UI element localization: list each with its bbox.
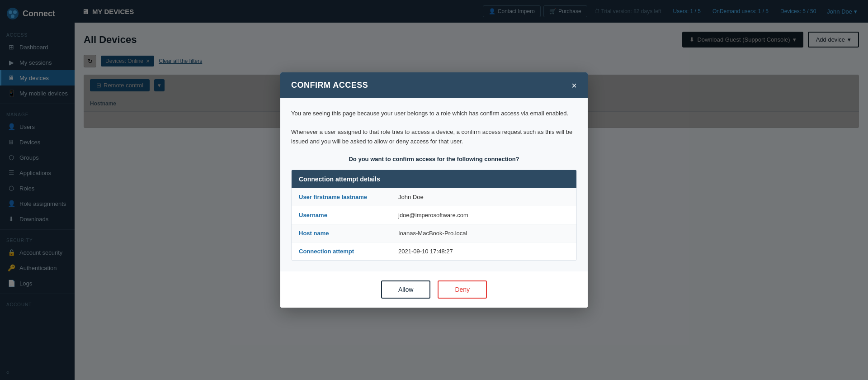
field-label-2: Host name (292, 224, 391, 242)
modal-description-2: Whenever a user assigned to that role tr… (291, 128, 577, 147)
modal-title: CONFIRM ACCESS (291, 81, 368, 90)
field-value-1: jdoe@imperosoftware.com (391, 206, 576, 224)
modal-close-button[interactable]: × (571, 81, 577, 90)
connection-row-2: Host name Ioanas-MacBook-Pro.local (292, 224, 576, 242)
connection-row-3: Connection attempt 2021-09-10 17:48:27 (292, 242, 576, 260)
field-label-0: User firstname lastname (292, 188, 391, 206)
deny-button[interactable]: Deny (438, 280, 487, 299)
field-value-3: 2021-09-10 17:48:27 (391, 242, 576, 260)
connection-row-1: Username jdoe@imperosoftware.com (292, 206, 576, 224)
connection-table: Connection attempt details User firstnam… (291, 170, 577, 261)
field-value-0: John Doe (391, 188, 576, 206)
modal-overlay: CONFIRM ACCESS × You are seeing this pag… (0, 0, 868, 380)
modal-body: You are seeing this page because your us… (280, 98, 588, 271)
allow-button[interactable]: Allow (381, 280, 430, 299)
field-label-1: Username (292, 206, 391, 224)
modal-footer: Allow Deny (280, 271, 588, 308)
connection-row-0: User firstname lastname John Doe (292, 188, 576, 206)
confirm-access-modal: CONFIRM ACCESS × You are seeing this pag… (280, 72, 588, 307)
field-value-2: Ioanas-MacBook-Pro.local (391, 224, 576, 242)
modal-question: Do you want to confirm access for the fo… (291, 156, 577, 162)
field-label-3: Connection attempt (292, 242, 391, 260)
modal-description-1: You are seeing this page because your us… (291, 109, 577, 119)
modal-header: CONFIRM ACCESS × (280, 72, 588, 98)
connection-table-header: Connection attempt details (292, 170, 576, 188)
